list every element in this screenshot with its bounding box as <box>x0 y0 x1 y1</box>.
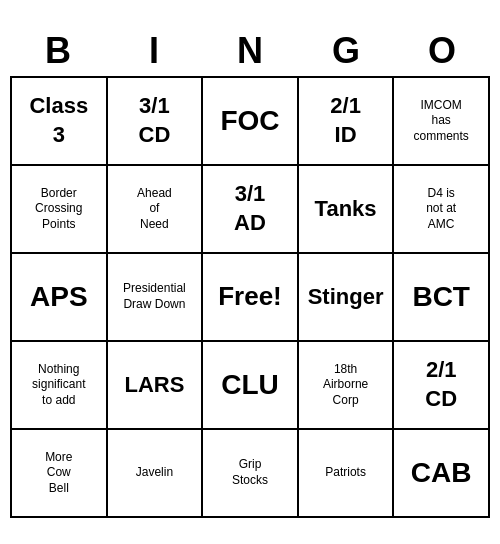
cell-text-15: Nothing significant to add <box>32 362 85 409</box>
cell-text-17: CLU <box>221 367 279 403</box>
bingo-cell-23: Patriots <box>299 430 395 518</box>
bingo-cell-1: 3/1 CD <box>108 78 204 166</box>
cell-text-8: Tanks <box>315 195 377 224</box>
bingo-cell-5: Border Crossing Points <box>12 166 108 254</box>
bingo-header: BINGO <box>10 26 490 76</box>
bingo-cell-7: 3/1 AD <box>203 166 299 254</box>
bingo-cell-6: Ahead of Need <box>108 166 204 254</box>
bingo-cell-16: LARS <box>108 342 204 430</box>
cell-text-10: APS <box>30 279 88 315</box>
cell-text-16: LARS <box>124 371 184 400</box>
bingo-cell-19: 2/1 CD <box>394 342 490 430</box>
bingo-cell-11: Presidential Draw Down <box>108 254 204 342</box>
cell-text-22: Grip Stocks <box>232 457 268 488</box>
bingo-cell-20: More Cow Bell <box>12 430 108 518</box>
bingo-cell-12: Free! <box>203 254 299 342</box>
bingo-grid: Class 33/1 CDFOC2/1 IDIMCOM has comments… <box>10 76 490 518</box>
cell-text-4: IMCOM has comments <box>414 98 469 145</box>
cell-text-24: CAB <box>411 455 472 491</box>
cell-text-6: Ahead of Need <box>137 186 172 233</box>
cell-text-19: 2/1 CD <box>425 356 457 413</box>
cell-text-14: BCT <box>412 279 470 315</box>
cell-text-13: Stinger <box>308 283 384 312</box>
cell-text-9: D4 is not at AMC <box>426 186 456 233</box>
cell-text-3: 2/1 ID <box>330 92 361 149</box>
bingo-cell-2: FOC <box>203 78 299 166</box>
cell-text-12: Free! <box>218 280 282 314</box>
cell-text-1: 3/1 CD <box>139 92 171 149</box>
bingo-cell-18: 18th Airborne Corp <box>299 342 395 430</box>
cell-text-21: Javelin <box>136 465 173 481</box>
bingo-cell-24: CAB <box>394 430 490 518</box>
bingo-cell-9: D4 is not at AMC <box>394 166 490 254</box>
header-letter-N: N <box>202 26 298 76</box>
cell-text-23: Patriots <box>325 465 366 481</box>
bingo-cell-22: Grip Stocks <box>203 430 299 518</box>
cell-text-5: Border Crossing Points <box>35 186 82 233</box>
cell-text-11: Presidential Draw Down <box>123 281 186 312</box>
bingo-cell-14: BCT <box>394 254 490 342</box>
bingo-cell-0: Class 3 <box>12 78 108 166</box>
bingo-cell-13: Stinger <box>299 254 395 342</box>
cell-text-7: 3/1 AD <box>234 180 266 237</box>
bingo-cell-21: Javelin <box>108 430 204 518</box>
bingo-card: BINGO Class 33/1 CDFOC2/1 IDIMCOM has co… <box>10 26 490 518</box>
header-letter-B: B <box>10 26 106 76</box>
bingo-cell-17: CLU <box>203 342 299 430</box>
bingo-cell-3: 2/1 ID <box>299 78 395 166</box>
bingo-cell-10: APS <box>12 254 108 342</box>
cell-text-20: More Cow Bell <box>45 450 72 497</box>
header-letter-O: O <box>394 26 490 76</box>
cell-text-2: FOC <box>220 103 279 139</box>
bingo-cell-15: Nothing significant to add <box>12 342 108 430</box>
header-letter-G: G <box>298 26 394 76</box>
cell-text-18: 18th Airborne Corp <box>323 362 368 409</box>
bingo-cell-8: Tanks <box>299 166 395 254</box>
header-letter-I: I <box>106 26 202 76</box>
bingo-cell-4: IMCOM has comments <box>394 78 490 166</box>
cell-text-0: Class 3 <box>29 92 88 149</box>
